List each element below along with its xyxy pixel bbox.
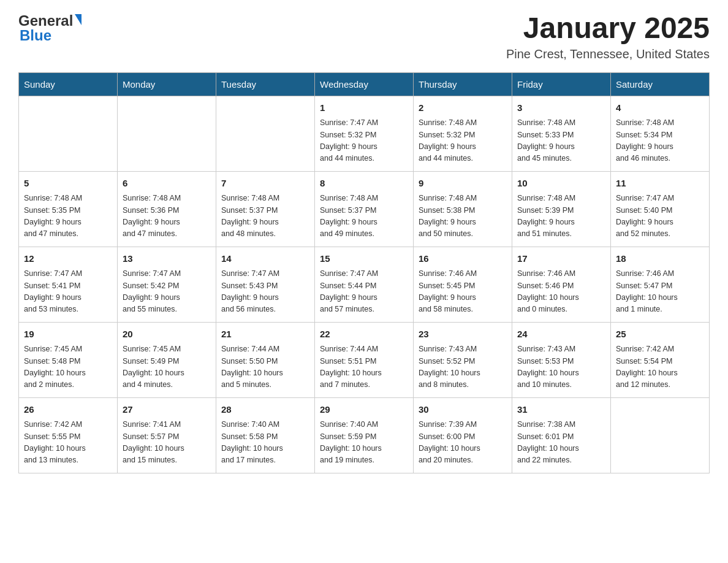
calendar-cell: 15Sunrise: 7:47 AM Sunset: 5:44 PM Dayli… [315, 247, 414, 322]
day-number: 22 [320, 327, 408, 342]
day-number: 20 [123, 327, 211, 342]
logo-triangle-icon [75, 14, 82, 25]
day-info: Sunrise: 7:48 AM Sunset: 5:32 PM Dayligh… [419, 117, 507, 165]
day-info: Sunrise: 7:47 AM Sunset: 5:43 PM Dayligh… [221, 268, 309, 316]
day-number: 1 [320, 101, 408, 115]
calendar-cell [611, 397, 710, 473]
calendar-cell: 28Sunrise: 7:40 AM Sunset: 5:58 PM Dayli… [216, 397, 315, 473]
day-info: Sunrise: 7:47 AM Sunset: 5:32 PM Dayligh… [320, 117, 408, 165]
calendar-cell: 29Sunrise: 7:40 AM Sunset: 5:59 PM Dayli… [315, 397, 414, 473]
calendar-cell: 18Sunrise: 7:46 AM Sunset: 5:47 PM Dayli… [611, 247, 710, 322]
day-info: Sunrise: 7:45 AM Sunset: 5:48 PM Dayligh… [24, 343, 112, 391]
calendar-cell: 8Sunrise: 7:48 AM Sunset: 5:37 PM Daylig… [315, 171, 414, 247]
day-info: Sunrise: 7:48 AM Sunset: 5:35 PM Dayligh… [24, 193, 112, 240]
calendar-week-row: 5Sunrise: 7:48 AM Sunset: 5:35 PM Daylig… [19, 171, 710, 247]
calendar-cell: 6Sunrise: 7:48 AM Sunset: 5:36 PM Daylig… [118, 171, 216, 247]
calendar-cell [118, 96, 216, 171]
day-info: Sunrise: 7:48 AM Sunset: 5:33 PM Dayligh… [517, 117, 605, 165]
calendar-cell: 7Sunrise: 7:48 AM Sunset: 5:37 PM Daylig… [216, 171, 315, 247]
calendar-cell: 25Sunrise: 7:42 AM Sunset: 5:54 PM Dayli… [611, 322, 710, 397]
day-number: 30 [419, 403, 507, 417]
day-number: 28 [221, 403, 309, 417]
day-number: 31 [517, 403, 605, 417]
calendar-cell: 1Sunrise: 7:47 AM Sunset: 5:32 PM Daylig… [315, 96, 414, 171]
calendar-cell: 30Sunrise: 7:39 AM Sunset: 6:00 PM Dayli… [414, 397, 512, 473]
day-number: 9 [419, 177, 507, 191]
day-number: 8 [320, 177, 408, 191]
day-info: Sunrise: 7:48 AM Sunset: 5:39 PM Dayligh… [517, 193, 605, 240]
calendar-cell: 19Sunrise: 7:45 AM Sunset: 5:48 PM Dayli… [19, 322, 118, 397]
day-info: Sunrise: 7:42 AM Sunset: 5:54 PM Dayligh… [616, 343, 704, 391]
calendar-cell: 2Sunrise: 7:48 AM Sunset: 5:32 PM Daylig… [414, 96, 512, 171]
day-info: Sunrise: 7:48 AM Sunset: 5:37 PM Dayligh… [320, 193, 408, 240]
calendar-cell: 3Sunrise: 7:48 AM Sunset: 5:33 PM Daylig… [512, 96, 611, 171]
day-number: 5 [24, 177, 112, 191]
day-info: Sunrise: 7:47 AM Sunset: 5:41 PM Dayligh… [24, 268, 112, 316]
calendar-cell: 17Sunrise: 7:46 AM Sunset: 5:46 PM Dayli… [512, 247, 611, 322]
days-of-week-row: SundayMondayTuesdayWednesdayThursdayFrid… [19, 72, 710, 96]
calendar-week-row: 1Sunrise: 7:47 AM Sunset: 5:32 PM Daylig… [19, 96, 710, 171]
day-info: Sunrise: 7:43 AM Sunset: 5:52 PM Dayligh… [419, 343, 507, 391]
calendar-cell: 20Sunrise: 7:45 AM Sunset: 5:49 PM Dayli… [118, 322, 216, 397]
day-info: Sunrise: 7:43 AM Sunset: 5:53 PM Dayligh… [517, 343, 605, 391]
month-title: January 2025 [506, 12, 710, 45]
day-number: 16 [419, 252, 507, 266]
day-number: 24 [517, 327, 605, 342]
day-info: Sunrise: 7:38 AM Sunset: 6:01 PM Dayligh… [517, 419, 605, 467]
calendar-cell: 22Sunrise: 7:44 AM Sunset: 5:51 PM Dayli… [315, 322, 414, 397]
day-info: Sunrise: 7:48 AM Sunset: 5:37 PM Dayligh… [221, 193, 309, 240]
calendar-cell: 24Sunrise: 7:43 AM Sunset: 5:53 PM Dayli… [512, 322, 611, 397]
day-info: Sunrise: 7:45 AM Sunset: 5:49 PM Dayligh… [123, 343, 211, 391]
logo: General Blue [18, 12, 82, 44]
day-of-week-header: Thursday [414, 72, 512, 96]
calendar-cell: 9Sunrise: 7:48 AM Sunset: 5:38 PM Daylig… [414, 171, 512, 247]
day-info: Sunrise: 7:48 AM Sunset: 5:36 PM Dayligh… [123, 193, 211, 240]
calendar-week-row: 19Sunrise: 7:45 AM Sunset: 5:48 PM Dayli… [19, 322, 710, 397]
calendar-cell: 5Sunrise: 7:48 AM Sunset: 5:35 PM Daylig… [19, 171, 118, 247]
day-number: 25 [616, 327, 704, 342]
day-number: 6 [123, 177, 211, 191]
calendar-cell: 12Sunrise: 7:47 AM Sunset: 5:41 PM Dayli… [19, 247, 118, 322]
day-number: 12 [24, 252, 112, 266]
day-of-week-header: Friday [512, 72, 611, 96]
calendar-cell: 23Sunrise: 7:43 AM Sunset: 5:52 PM Dayli… [414, 322, 512, 397]
day-number: 27 [123, 403, 211, 417]
calendar-header: SundayMondayTuesdayWednesdayThursdayFrid… [19, 72, 710, 96]
day-of-week-header: Monday [118, 72, 216, 96]
day-number: 21 [221, 327, 309, 342]
calendar-cell: 4Sunrise: 7:48 AM Sunset: 5:34 PM Daylig… [611, 96, 710, 171]
calendar-week-row: 26Sunrise: 7:42 AM Sunset: 5:55 PM Dayli… [19, 397, 710, 473]
day-of-week-header: Saturday [611, 72, 710, 96]
page-header: General Blue January 2025 Pine Crest, Te… [18, 12, 710, 61]
day-number: 23 [419, 327, 507, 342]
day-info: Sunrise: 7:44 AM Sunset: 5:51 PM Dayligh… [320, 343, 408, 391]
day-info: Sunrise: 7:48 AM Sunset: 5:38 PM Dayligh… [419, 193, 507, 240]
day-info: Sunrise: 7:44 AM Sunset: 5:50 PM Dayligh… [221, 343, 309, 391]
day-of-week-header: Tuesday [216, 72, 315, 96]
day-info: Sunrise: 7:40 AM Sunset: 5:59 PM Dayligh… [320, 419, 408, 467]
logo-blue-text: Blue [20, 27, 82, 44]
calendar-cell: 31Sunrise: 7:38 AM Sunset: 6:01 PM Dayli… [512, 397, 611, 473]
day-number: 15 [320, 252, 408, 266]
day-number: 18 [616, 252, 704, 266]
day-number: 10 [517, 177, 605, 191]
calendar-cell [216, 96, 315, 171]
day-info: Sunrise: 7:46 AM Sunset: 5:46 PM Dayligh… [517, 268, 605, 316]
day-of-week-header: Wednesday [315, 72, 414, 96]
day-info: Sunrise: 7:46 AM Sunset: 5:45 PM Dayligh… [419, 268, 507, 316]
day-number: 26 [24, 403, 112, 417]
calendar-cell: 16Sunrise: 7:46 AM Sunset: 5:45 PM Dayli… [414, 247, 512, 322]
day-info: Sunrise: 7:39 AM Sunset: 6:00 PM Dayligh… [419, 419, 507, 467]
calendar-cell: 21Sunrise: 7:44 AM Sunset: 5:50 PM Dayli… [216, 322, 315, 397]
calendar-cell: 10Sunrise: 7:48 AM Sunset: 5:39 PM Dayli… [512, 171, 611, 247]
day-of-week-header: Sunday [19, 72, 118, 96]
day-number: 13 [123, 252, 211, 266]
title-section: January 2025 Pine Crest, Tennessee, Unit… [506, 12, 710, 61]
day-info: Sunrise: 7:47 AM Sunset: 5:44 PM Dayligh… [320, 268, 408, 316]
day-number: 7 [221, 177, 309, 191]
day-info: Sunrise: 7:48 AM Sunset: 5:34 PM Dayligh… [616, 117, 704, 165]
calendar-cell [19, 96, 118, 171]
day-number: 4 [616, 101, 704, 115]
day-number: 17 [517, 252, 605, 266]
day-info: Sunrise: 7:42 AM Sunset: 5:55 PM Dayligh… [24, 419, 112, 467]
